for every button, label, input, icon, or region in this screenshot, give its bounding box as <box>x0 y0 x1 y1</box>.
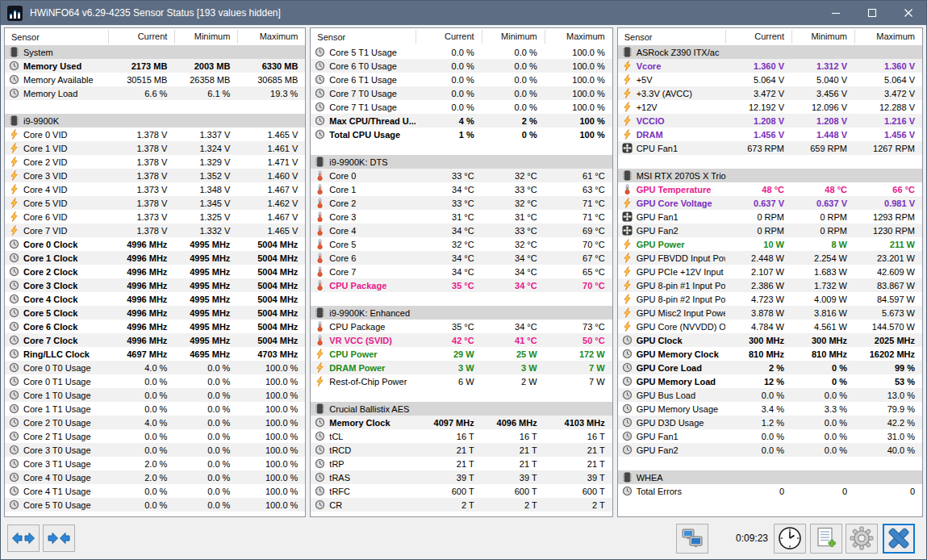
sensor-row[interactable]: CPU Package35 °C34 °C73 °C <box>311 320 612 333</box>
sensor-row[interactable]: Memory Load6.6 %6.1 %19.3 % <box>5 86 305 100</box>
section-header-row[interactable]: WHEA <box>618 470 922 484</box>
sensor-row[interactable]: CPU Fan1673 RPM659 RPM1267 RPM <box>618 141 922 155</box>
sensor-row[interactable]: +12V12.192 V12.096 V12.288 V <box>618 100 922 114</box>
sensor-row[interactable]: Core 3 VID1.378 V1.352 V1.460 V <box>5 169 305 182</box>
sensor-row[interactable]: Core 7 T1 Usage0.0 %0.0 %100.0 % <box>311 100 612 114</box>
sensor-row[interactable]: Memory Clock4097 MHz4096 MHz4103 MHz <box>311 416 612 429</box>
sensor-row[interactable]: tCL16 T16 T16 T <box>311 429 612 443</box>
sensor-row[interactable]: tRP21 T21 T21 T <box>311 457 612 470</box>
sensor-row[interactable]: Core 033 °C32 °C61 °C <box>311 169 612 182</box>
sensor-row[interactable]: Rest-of-Chip Power6 W2 W7 W <box>311 374 612 388</box>
sensor-row[interactable]: Core 3 Clock4996 MHz4995 MHz5004 MHz <box>5 278 305 292</box>
sensor-row[interactable]: Core 1 T1 Usage0.0 %0.0 %100.0 % <box>5 402 305 416</box>
sensor-row[interactable]: Core 233 °C32 °C71 °C <box>311 196 612 210</box>
sensor-row[interactable]: Core 5 Clock4996 MHz4995 MHz5004 MHz <box>5 306 305 320</box>
sensor-row[interactable]: DRAM Power3 W3 W7 W <box>311 361 612 374</box>
sensor-row[interactable]: Max CPU/Thread U...4 %2 %100 % <box>311 114 612 127</box>
sensor-row[interactable]: tRCD21 T21 T21 T <box>311 443 612 457</box>
sensor-row[interactable]: tRFC600 T600 T600 T <box>311 484 612 498</box>
sensor-row[interactable]: GPU PCIe +12V Input ...2.107 W1.683 W42.… <box>618 265 922 278</box>
sensor-row[interactable]: GPU Fan10 RPM0 RPM1293 RPM <box>618 210 922 224</box>
sensor-row[interactable]: Core 5 VID1.378 V1.345 V1.462 V <box>5 196 305 210</box>
sensor-row[interactable]: Core 7 Clock4996 MHz4995 MHz5004 MHz <box>5 333 305 347</box>
sensor-row[interactable]: Core 1 Clock4996 MHz4995 MHz5004 MHz <box>5 251 305 265</box>
maximize-button[interactable] <box>854 1 890 25</box>
sensor-row[interactable]: Core 331 °C31 °C71 °C <box>311 210 612 224</box>
column-header-sensor[interactable]: Sensor <box>5 32 108 42</box>
sensor-row[interactable]: Core 0 T0 Usage4.0 %0.0 %100.0 % <box>5 361 305 374</box>
column-header-maximum[interactable]: Maximum <box>854 30 922 44</box>
section-header-row[interactable]: i9-9900K: DTS <box>311 155 612 169</box>
sensor-row[interactable]: CPU Package35 °C34 °C70 °C <box>311 278 612 292</box>
sensor-row[interactable]: Core 4 Clock4996 MHz4995 MHz5004 MHz <box>5 292 305 306</box>
sensor-row[interactable]: GPU Memory Load12 %0 %53 % <box>618 374 922 388</box>
remote-monitoring-button[interactable] <box>676 524 708 554</box>
sensor-row[interactable]: GPU Core Load2 %0 %99 % <box>618 361 922 374</box>
sensor-row[interactable]: GPU Core Voltage0.637 V0.637 V0.981 V <box>618 196 922 210</box>
sensor-row[interactable]: Core 2 T0 Usage4.0 %0.0 %100.0 % <box>5 416 305 429</box>
sensor-row[interactable]: VR VCC (SVID)42 °C41 °C50 °C <box>311 333 612 347</box>
close-button[interactable] <box>883 524 915 554</box>
column-header-current[interactable]: Current <box>415 30 482 44</box>
sensor-row[interactable]: Core 5 T0 Usage0.0 %0.0 %100.0 % <box>5 498 305 512</box>
column-header-maximum[interactable]: Maximum <box>545 30 612 44</box>
sensor-row[interactable]: GPU Misc2 Input Power3.878 W3.816 W5.673… <box>618 306 922 320</box>
sensor-row[interactable]: Core 3 T0 Usage0.0 %0.0 %100.0 % <box>5 443 305 457</box>
sensor-row[interactable]: GPU Temperature48 °C48 °C66 °C <box>618 182 922 196</box>
section-header-row[interactable]: System <box>5 45 305 59</box>
sensor-row[interactable]: GPU Fan20.0 %0.0 %40.0 % <box>618 443 922 457</box>
sensor-row[interactable]: Total Errors000 <box>618 484 922 498</box>
sensor-row[interactable]: GPU D3D Usage1.2 %0.0 %42.2 % <box>618 416 922 429</box>
expand-columns-button[interactable] <box>7 524 40 552</box>
sensor-row[interactable]: Core 1 VID1.378 V1.324 V1.461 V <box>5 141 305 155</box>
sensor-row[interactable]: GPU 8-pin #2 Input Po...4.723 W4.009 W84… <box>618 292 922 306</box>
section-header-row[interactable]: i9-9900K: Enhanced <box>311 306 612 320</box>
sensor-row[interactable]: Core 434 °C33 °C69 °C <box>311 224 612 237</box>
sensor-row[interactable]: GPU Memory Usage3.4 %3.3 %79.9 % <box>618 402 922 416</box>
minimize-button[interactable] <box>817 1 854 25</box>
sensor-row[interactable]: VCCIO1.208 V1.208 V1.216 V <box>618 114 922 127</box>
sensor-row[interactable]: Core 5 T1 Usage0.0 %0.0 %100.0 % <box>311 45 612 59</box>
column-header-current[interactable]: Current <box>725 30 791 44</box>
sensor-row[interactable]: Core 6 T0 Usage0.0 %0.0 %100.0 % <box>311 59 612 73</box>
sensor-row[interactable]: Core 6 T1 Usage0.0 %0.0 %100.0 % <box>311 73 612 86</box>
sensor-row[interactable]: Total CPU Usage1 %0 %100 % <box>311 127 612 141</box>
sensor-row[interactable]: Core 7 T0 Usage0.0 %0.0 %100.0 % <box>311 86 612 100</box>
sensor-row[interactable]: Core 6 Clock4996 MHz4995 MHz5004 MHz <box>5 320 305 333</box>
column-header-sensor[interactable]: Sensor <box>311 32 415 42</box>
sensor-row[interactable]: Core 0 Clock4996 MHz4995 MHz5004 MHz <box>5 237 305 251</box>
sensor-row[interactable]: Core 0 T1 Usage0.0 %0.0 %100.0 % <box>5 374 305 388</box>
report-button[interactable] <box>810 524 842 554</box>
sensor-row[interactable]: Core 6 VID1.373 V1.325 V1.467 V <box>5 210 305 224</box>
section-header-row[interactable]: MSI RTX 2070S X Trio <box>618 169 922 182</box>
sensor-row[interactable]: Core 634 °C34 °C67 °C <box>311 251 612 265</box>
sensor-row[interactable]: Memory Used2173 MB2003 MB6330 MB <box>5 59 305 73</box>
sensor-row[interactable]: GPU 8-pin #1 Input Po...2.386 W1.732 W83… <box>618 278 922 292</box>
sensor-row[interactable]: Vcore1.360 V1.312 V1.360 V <box>618 59 922 73</box>
sensor-row[interactable]: Core 1 T0 Usage0.0 %0.0 %100.0 % <box>5 388 305 402</box>
collapse-columns-button[interactable] <box>43 524 75 552</box>
sensor-row[interactable]: Core 134 °C33 °C63 °C <box>311 182 612 196</box>
sensor-row[interactable]: GPU FBVDD Input Power2.448 W2.254 W23.20… <box>618 251 922 265</box>
sensor-row[interactable]: Core 0 VID1.378 V1.337 V1.465 V <box>5 127 305 141</box>
sensor-row[interactable]: GPU Fan10.0 %0.0 %31.0 % <box>618 429 922 443</box>
sensor-row[interactable]: GPU Clock300 MHz300 MHz2025 MHz <box>618 333 922 347</box>
sensor-row[interactable]: Core 2 VID1.378 V1.329 V1.471 V <box>5 155 305 169</box>
clock-button[interactable] <box>774 524 806 554</box>
column-header-minimum[interactable]: Minimum <box>791 30 854 44</box>
sensor-row[interactable]: Core 4 T0 Usage2.0 %0.0 %100.0 % <box>5 470 305 484</box>
sensor-row[interactable]: +3.3V (AVCC)3.472 V3.456 V3.472 V <box>618 86 922 100</box>
sensor-row[interactable]: GPU Bus Load0.0 %0.0 %13.0 % <box>618 388 922 402</box>
sensor-row[interactable]: CR2 T2 T2 T <box>311 498 612 512</box>
column-header-current[interactable]: Current <box>108 30 174 44</box>
settings-button[interactable] <box>846 524 878 554</box>
section-header-row[interactable]: ASRock Z390 ITX/ac <box>618 45 922 59</box>
sensor-row[interactable]: CPU Power29 W25 W172 W <box>311 347 612 361</box>
sensor-row[interactable]: Core 4 T1 Usage0.0 %0.0 %100.0 % <box>5 484 305 498</box>
column-header-minimum[interactable]: Minimum <box>482 30 545 44</box>
column-header-minimum[interactable]: Minimum <box>174 30 237 44</box>
sensor-row[interactable]: Core 4 VID1.373 V1.348 V1.467 V <box>5 182 305 196</box>
sensor-row[interactable]: DRAM1.456 V1.448 V1.456 V <box>618 127 922 141</box>
column-header-sensor[interactable]: Sensor <box>618 32 725 42</box>
sensor-row[interactable]: Memory Available30515 MB26358 MB30685 MB <box>5 73 305 86</box>
